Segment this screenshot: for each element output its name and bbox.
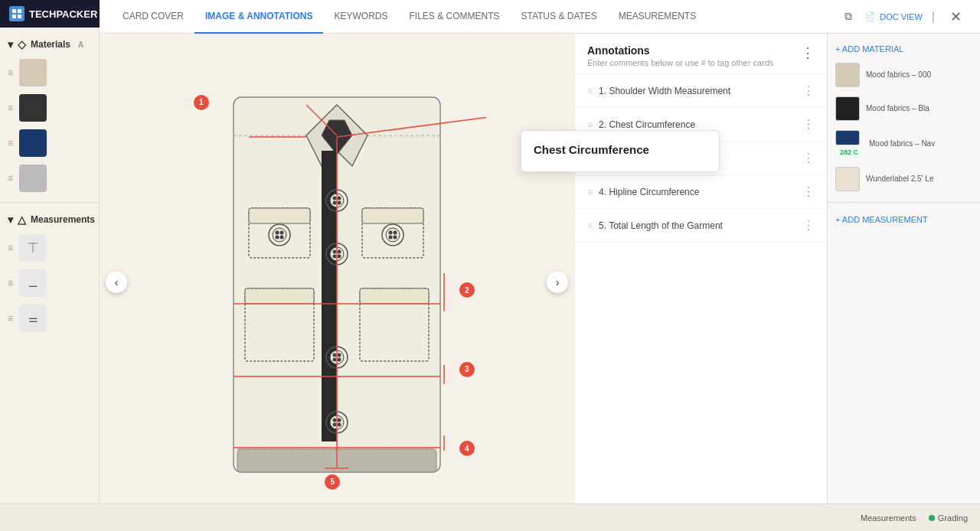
svg-point-15 <box>338 200 341 204</box>
drag-handle[interactable]: ≡ <box>8 67 13 78</box>
right-measurements-section: + ADD MEASUREMENT <box>828 209 980 230</box>
sidebar-measurement-2: ≡ ⚊ <box>0 266 99 301</box>
material-swatch-3 <box>19 129 47 157</box>
drag-handle[interactable]: ≡ <box>8 313 13 324</box>
sidebar-material-2: ≡ <box>0 90 99 125</box>
svg-point-20 <box>333 254 337 258</box>
svg-point-30 <box>333 418 337 422</box>
annotation-label-4: 4. Hipline Circumference <box>599 187 802 197</box>
material-item-2: Mood fabrics – Bla <box>828 92 980 125</box>
tab-image-annotations[interactable]: IMAGE & ANNOTATIONS <box>194 0 323 34</box>
tab-card-cover[interactable]: CARD COVER <box>112 0 194 34</box>
svg-point-45 <box>389 230 393 234</box>
material-swatch-2 <box>835 96 860 121</box>
material-swatch-2 <box>19 94 47 122</box>
material-name-2: Mood fabrics – Bla <box>866 103 929 114</box>
annotation-more-button-3[interactable]: ⋮ <box>802 151 815 165</box>
image-area: ‹ <box>100 34 574 531</box>
svg-point-13 <box>338 196 341 200</box>
material-badge: 282 C <box>835 147 863 158</box>
drag-handle[interactable]: ≡ <box>8 243 13 253</box>
svg-point-48 <box>394 235 397 239</box>
annotation-dot-5[interactable]: 5 <box>325 474 340 490</box>
svg-rect-51 <box>245 288 314 304</box>
materials-label: Materials <box>31 39 70 50</box>
next-image-button[interactable]: › <box>547 272 568 293</box>
drag-handle[interactable]: ≡ <box>587 86 593 96</box>
svg-point-24 <box>333 353 337 357</box>
svg-point-33 <box>338 422 341 426</box>
annotation-more-button-2[interactable]: ⋮ <box>802 117 815 132</box>
annotation-dot-3[interactable]: 3 <box>459 362 475 377</box>
tab-files-comments[interactable]: FILES & COMMENTS <box>398 0 510 34</box>
material-swatch-1 <box>835 63 860 87</box>
annotation-dot-4[interactable]: 4 <box>459 441 475 456</box>
grading-status: Grading <box>929 513 968 523</box>
prev-image-button[interactable]: ‹ <box>106 272 127 293</box>
annotations-panel: Chest Circumference Annotations Enter co… <box>574 34 827 531</box>
logo-icon <box>9 6 24 21</box>
svg-point-47 <box>389 235 393 239</box>
doc-view-button[interactable]: 📄 DOC VIEW <box>864 11 923 21</box>
annotation-label-2: 2. Chest Circumference <box>599 119 802 130</box>
drag-handle[interactable]: ≡ <box>8 173 13 184</box>
grading-status-dot <box>929 515 935 521</box>
svg-point-36 <box>273 228 286 242</box>
window-button[interactable]: ⧉ <box>838 7 858 26</box>
material-name-4: Wunderlabel 2.5' Le <box>866 174 933 184</box>
modal-close-button[interactable]: ✕ <box>944 5 968 28</box>
main-layout: ▾ ◇ Materials A ≡ ≡ ≡ ≡ ▾ △ Measurements <box>0 28 980 531</box>
add-material-button[interactable]: + ADD MATERIAL <box>835 44 903 54</box>
measurements-status: Measurements <box>861 513 916 523</box>
svg-rect-1 <box>18 9 21 13</box>
modal-body: ‹ <box>100 34 980 531</box>
annotations-subtitle: Enter comments below or use # to tag oth… <box>587 58 773 67</box>
chest-circumference-popup: Chest Circumference <box>521 130 720 172</box>
tab-measurements[interactable]: MEASUREMENTS <box>608 0 707 34</box>
material-name-3: Mood fabrics – Nav <box>869 138 935 149</box>
svg-point-40 <box>280 235 284 239</box>
annotations-more-button[interactable]: ⋮ <box>801 44 815 61</box>
annotation-more-button-5[interactable]: ⋮ <box>802 218 815 233</box>
svg-point-26 <box>333 357 337 361</box>
svg-rect-41 <box>249 208 310 223</box>
drag-handle[interactable]: ≡ <box>587 187 593 197</box>
logo-text: TECHPACKER <box>29 8 97 20</box>
svg-point-38 <box>280 230 284 234</box>
drag-handle[interactable]: ≡ <box>8 278 13 288</box>
svg-rect-2 <box>12 15 16 18</box>
modal-tabs: CARD COVER IMAGE & ANNOTATIONS KEYWORDS … <box>100 0 980 34</box>
annotation-dot-1[interactable]: 1 <box>194 95 209 110</box>
annotation-label-5: 5. Total Length of the Garment <box>599 220 802 231</box>
sidebar-material-3: ≡ <box>0 125 99 161</box>
sidebar-material-4: ≡ <box>0 161 99 196</box>
add-measurement-button[interactable]: + ADD MEASUREMENT <box>835 215 928 224</box>
left-sidebar: ▾ ◇ Materials A ≡ ≡ ≡ ≡ ▾ △ Measurements <box>0 28 100 531</box>
tab-keywords[interactable]: KEYWORDS <box>323 0 398 34</box>
annotation-more-button-1[interactable]: ⋮ <box>802 83 815 98</box>
material-item-3: 282 C Mood fabrics – Nav <box>828 125 980 162</box>
measurement-icon-3: ⚌ <box>19 305 47 332</box>
annotation-item-5: ≡ 5. Total Length of the Garment ⋮ <box>575 209 827 243</box>
bottom-bar: Measurements Grading <box>0 503 980 531</box>
drag-handle[interactable]: ≡ <box>8 138 13 148</box>
material-item-1: Mood fabrics – 000 <box>828 58 980 92</box>
tab-status-dates[interactable]: STATUS & DATES <box>510 0 607 34</box>
material-swatch-4 <box>835 167 860 191</box>
annotations-title: Annotations <box>587 44 773 57</box>
drag-handle[interactable]: ≡ <box>587 220 593 231</box>
svg-point-27 <box>338 357 341 361</box>
modal: CARD COVER IMAGE & ANNOTATIONS KEYWORDS … <box>100 0 980 531</box>
annotation-more-button-4[interactable]: ⋮ <box>802 184 815 199</box>
doc-view-icon: 📄 <box>864 11 875 21</box>
jacket-illustration: 1 2 3 4 5 <box>188 74 486 491</box>
measurements-label: Measurements <box>31 214 95 225</box>
material-swatch-4 <box>19 165 47 192</box>
svg-point-44 <box>386 228 400 242</box>
materials-section-header: ▾ ◇ Materials A <box>0 34 99 55</box>
drag-handle[interactable]: ≡ <box>587 119 593 130</box>
sidebar-material-1: ≡ <box>0 55 99 90</box>
svg-point-32 <box>333 422 337 426</box>
drag-handle[interactable]: ≡ <box>8 103 13 113</box>
annotation-dot-2[interactable]: 2 <box>459 282 475 298</box>
